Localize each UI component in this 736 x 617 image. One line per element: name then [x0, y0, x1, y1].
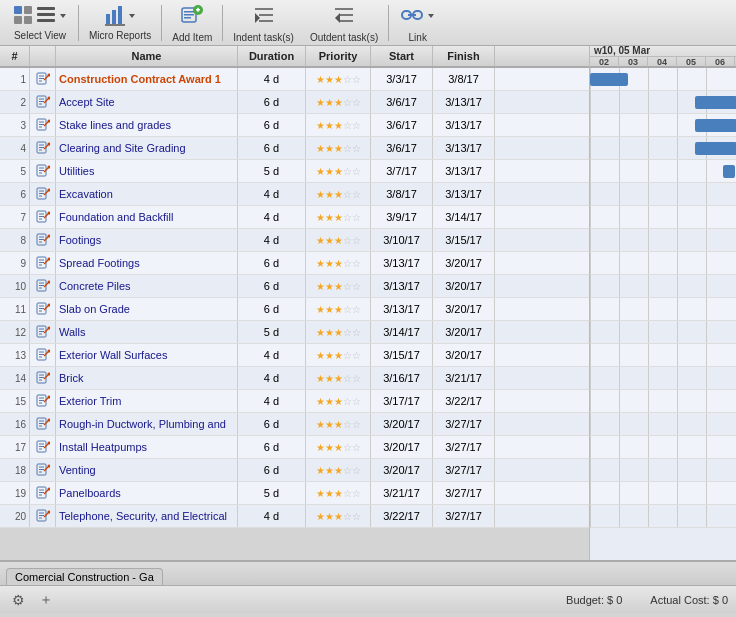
add-item-button[interactable]: Add Item — [164, 0, 220, 45]
cell-duration: 6 d — [238, 137, 306, 159]
task-icon — [36, 256, 50, 270]
star-1: ★ — [316, 189, 325, 200]
gantt-day-label: 06 — [706, 57, 735, 67]
table-row[interactable]: 7 Foundation and Backfill 4 d ★★★☆☆ 3/9/… — [0, 206, 589, 229]
table-row[interactable]: 19 Panelboards 5 d ★★★☆☆ 3/21/17 3/27/17 — [0, 482, 589, 505]
gantt-row — [590, 229, 736, 252]
task-grid: # Name Duration Priority Start Finish 1 … — [0, 46, 590, 560]
task-icon — [36, 440, 50, 454]
star-4: ☆ — [343, 465, 352, 476]
cell-duration: 6 d — [238, 275, 306, 297]
svg-rect-4 — [37, 7, 55, 10]
micro-reports-dropdown-icon[interactable] — [127, 10, 137, 24]
select-view-button[interactable]: Select View — [4, 0, 76, 45]
svg-rect-8 — [106, 14, 110, 24]
table-row[interactable]: 14 Brick 4 d ★★★☆☆ 3/16/17 3/21/17 — [0, 367, 589, 390]
link-button[interactable]: Link — [391, 0, 444, 45]
cell-duration: 5 d — [238, 160, 306, 182]
gantt-col-line — [619, 183, 620, 205]
table-row[interactable]: 17 Install Heatpumps 6 d ★★★☆☆ 3/20/17 3… — [0, 436, 589, 459]
outdent-task-button[interactable]: Outdent task(s) — [302, 0, 386, 45]
star-4: ☆ — [343, 327, 352, 338]
table-row[interactable]: 10 Concrete Piles 6 d ★★★☆☆ 3/13/17 3/20… — [0, 275, 589, 298]
star-2: ★ — [325, 212, 334, 223]
table-row[interactable]: 13 Exterior Wall Surfaces 4 d ★★★☆☆ 3/15… — [0, 344, 589, 367]
gantt-col-line — [648, 252, 649, 274]
outdent-icon — [331, 2, 357, 31]
gantt-col-line — [706, 252, 707, 274]
table-row[interactable]: 11 Slab on Grade 6 d ★★★☆☆ 3/13/17 3/20/… — [0, 298, 589, 321]
gantt-row — [590, 459, 736, 482]
cell-finish: 3/20/17 — [433, 252, 495, 274]
cell-start: 3/6/17 — [371, 91, 433, 113]
cell-name: Panelboards — [56, 482, 238, 504]
star-4: ☆ — [343, 189, 352, 200]
project-tab[interactable]: Comercial Construction - Ga — [6, 568, 163, 585]
star-5: ☆ — [352, 327, 361, 338]
gantt-col-line — [619, 344, 620, 366]
gantt-col-line — [706, 367, 707, 389]
table-row[interactable]: 18 Venting 6 d ★★★☆☆ 3/20/17 3/27/17 — [0, 459, 589, 482]
gantt-col-line — [677, 183, 678, 205]
cell-priority: ★★★☆☆ — [306, 367, 371, 389]
task-icon — [36, 509, 50, 523]
star-1: ★ — [316, 120, 325, 131]
gantt-col-line — [677, 275, 678, 297]
gantt-row — [590, 344, 736, 367]
gantt-col-line — [648, 91, 649, 113]
cell-num: 2 — [0, 91, 30, 113]
table-row[interactable]: 3 Stake lines and grades 6 d ★★★☆☆ 3/6/1… — [0, 114, 589, 137]
star-4: ☆ — [343, 442, 352, 453]
star-4: ☆ — [343, 120, 352, 131]
star-1: ★ — [316, 465, 325, 476]
table-row[interactable]: 4 Clearing and Site Grading 6 d ★★★☆☆ 3/… — [0, 137, 589, 160]
cell-finish: 3/8/17 — [433, 68, 495, 90]
add-bottom-icon[interactable]: ＋ — [36, 590, 56, 610]
star-5: ☆ — [352, 373, 361, 384]
gantt-col-line — [590, 390, 591, 412]
cell-priority: ★★★☆☆ — [306, 298, 371, 320]
table-row[interactable]: 8 Footings 4 d ★★★☆☆ 3/10/17 3/15/17 — [0, 229, 589, 252]
indent-task-button[interactable]: Indent task(s) — [225, 0, 302, 45]
star-3: ★ — [334, 235, 343, 246]
gantt-row — [590, 298, 736, 321]
gantt-col-line — [619, 114, 620, 136]
cell-name: Stake lines and grades — [56, 114, 238, 136]
star-2: ★ — [325, 419, 334, 430]
status-tab-bar: Comercial Construction - Ga — [0, 561, 736, 585]
micro-reports-button[interactable]: Micro Reports — [81, 0, 159, 45]
cell-duration: 4 d — [238, 390, 306, 412]
table-row[interactable]: 12 Walls 5 d ★★★☆☆ 3/14/17 3/20/17 — [0, 321, 589, 344]
cell-num: 15 — [0, 390, 30, 412]
gantt-col-line — [590, 344, 591, 366]
table-row[interactable]: 20 Telephone, Security, and Electrical 4… — [0, 505, 589, 528]
link-dropdown-icon[interactable] — [426, 10, 436, 24]
star-3: ★ — [334, 350, 343, 361]
svg-rect-19 — [198, 8, 200, 12]
gantt-col-line — [706, 344, 707, 366]
cell-duration: 4 d — [238, 344, 306, 366]
table-row[interactable]: 6 Excavation 4 d ★★★☆☆ 3/8/17 3/13/17 — [0, 183, 589, 206]
table-row[interactable]: 1 Construction Contract Award 1 4 d ★★★☆… — [0, 68, 589, 91]
cell-start: 3/6/17 — [371, 114, 433, 136]
gantt-col-line — [677, 91, 678, 113]
table-row[interactable]: 5 Utilities 5 d ★★★☆☆ 3/7/17 3/13/17 — [0, 160, 589, 183]
settings-icon[interactable]: ⚙ — [8, 590, 28, 610]
gantt-col-line — [677, 436, 678, 458]
star-4: ☆ — [343, 281, 352, 292]
add-item-label: Add Item — [172, 32, 212, 43]
table-row[interactable]: 15 Exterior Trim 4 d ★★★☆☆ 3/17/17 3/22/… — [0, 390, 589, 413]
cell-duration: 6 d — [238, 114, 306, 136]
gantt-col-line — [677, 413, 678, 435]
gantt-col-line — [677, 137, 678, 159]
select-view-dropdown-icon[interactable] — [58, 10, 68, 24]
gantt-row — [590, 390, 736, 413]
cell-finish: 3/27/17 — [433, 505, 495, 527]
gantt-day-label: 04 — [648, 57, 677, 67]
cell-finish: 3/13/17 — [433, 183, 495, 205]
table-row[interactable]: 9 Spread Footings 6 d ★★★☆☆ 3/13/17 3/20… — [0, 252, 589, 275]
gantt-bar — [723, 165, 735, 178]
star-1: ★ — [316, 488, 325, 499]
table-row[interactable]: 16 Rough-in Ductwork, Plumbing and 6 d ★… — [0, 413, 589, 436]
table-row[interactable]: 2 Accept Site 6 d ★★★☆☆ 3/6/17 3/13/17 — [0, 91, 589, 114]
